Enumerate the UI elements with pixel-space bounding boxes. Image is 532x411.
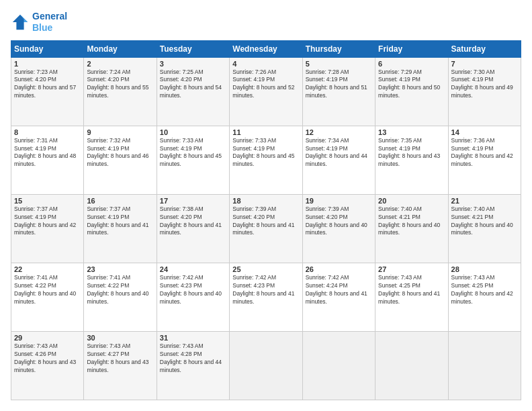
day-number: 26 (306, 265, 372, 273)
day-info: Sunrise: 7:39 AMSunset: 4:20 PMDaylight:… (232, 205, 299, 238)
calendar-cell: 7Sunrise: 7:30 AMSunset: 4:19 PMDaylight… (448, 57, 521, 126)
calendar-cell: 27Sunrise: 7:43 AMSunset: 4:25 PMDayligh… (375, 263, 448, 331)
day-number: 20 (378, 197, 445, 205)
day-info: Sunrise: 7:43 AMSunset: 4:26 PMDaylight:… (14, 342, 81, 375)
calendar-cell: 24Sunrise: 7:42 AMSunset: 4:23 PMDayligh… (157, 263, 229, 331)
day-info: Sunrise: 7:24 AMSunset: 4:20 PMDaylight:… (87, 68, 153, 101)
day-number: 2 (87, 60, 153, 68)
calendar-cell: 9Sunrise: 7:32 AMSunset: 4:19 PMDaylight… (84, 126, 157, 194)
calendar-cell: 28Sunrise: 7:43 AMSunset: 4:25 PMDayligh… (448, 263, 521, 331)
day-info: Sunrise: 7:23 AMSunset: 4:20 PMDaylight:… (14, 68, 81, 101)
day-info: Sunrise: 7:28 AMSunset: 4:19 PMDaylight:… (306, 68, 372, 101)
calendar-cell: 10Sunrise: 7:33 AMSunset: 4:19 PMDayligh… (157, 126, 229, 194)
calendar-cell: 6Sunrise: 7:29 AMSunset: 4:19 PMDaylight… (375, 57, 448, 126)
calendar-cell: 11Sunrise: 7:33 AMSunset: 4:19 PMDayligh… (230, 126, 302, 194)
day-number: 31 (160, 334, 226, 342)
calendar-cell: 8Sunrise: 7:31 AMSunset: 4:19 PMDaylight… (11, 126, 84, 194)
day-number: 28 (451, 265, 518, 273)
day-number: 30 (87, 334, 153, 342)
page-header: General Blue (11, 11, 521, 34)
day-info: Sunrise: 7:37 AMSunset: 4:19 PMDaylight:… (14, 205, 81, 238)
day-info: Sunrise: 7:31 AMSunset: 4:19 PMDaylight:… (14, 137, 81, 169)
day-number: 27 (378, 265, 445, 273)
day-number: 19 (306, 197, 372, 205)
calendar-cell: 5Sunrise: 7:28 AMSunset: 4:19 PMDaylight… (302, 57, 375, 126)
calendar-cell: 20Sunrise: 7:40 AMSunset: 4:21 PMDayligh… (375, 194, 448, 263)
day-number: 17 (160, 197, 226, 205)
logo: General Blue (11, 11, 67, 34)
logo-text: General Blue (32, 11, 67, 34)
day-number: 24 (160, 265, 226, 273)
calendar-cell: 14Sunrise: 7:36 AMSunset: 4:19 PMDayligh… (448, 126, 521, 194)
calendar-cell: 18Sunrise: 7:39 AMSunset: 4:20 PMDayligh… (230, 194, 302, 263)
day-info: Sunrise: 7:39 AMSunset: 4:20 PMDaylight:… (306, 205, 372, 238)
day-number: 13 (378, 128, 445, 136)
day-info: Sunrise: 7:43 AMSunset: 4:25 PMDaylight:… (451, 274, 518, 306)
day-number: 22 (14, 265, 81, 273)
calendar-cell: 4Sunrise: 7:26 AMSunset: 4:19 PMDaylight… (230, 57, 302, 126)
day-info: Sunrise: 7:43 AMSunset: 4:28 PMDaylight:… (160, 342, 226, 375)
calendar-cell (375, 331, 448, 400)
calendar-cell: 13Sunrise: 7:35 AMSunset: 4:19 PMDayligh… (375, 126, 448, 194)
day-number: 4 (232, 60, 299, 68)
day-number: 6 (378, 60, 445, 68)
day-number: 29 (14, 334, 81, 342)
day-number: 9 (87, 128, 153, 136)
day-number: 21 (451, 197, 518, 205)
day-info: Sunrise: 7:35 AMSunset: 4:19 PMDaylight:… (378, 137, 445, 169)
calendar-cell: 25Sunrise: 7:42 AMSunset: 4:23 PMDayligh… (230, 263, 302, 331)
calendar-cell: 2Sunrise: 7:24 AMSunset: 4:20 PMDaylight… (84, 57, 157, 126)
day-info: Sunrise: 7:38 AMSunset: 4:20 PMDaylight:… (160, 205, 226, 238)
day-number: 23 (87, 265, 153, 273)
calendar-cell: 1Sunrise: 7:23 AMSunset: 4:20 PMDaylight… (11, 57, 84, 126)
day-info: Sunrise: 7:25 AMSunset: 4:20 PMDaylight:… (160, 68, 226, 101)
day-info: Sunrise: 7:40 AMSunset: 4:21 PMDaylight:… (451, 205, 518, 238)
day-info: Sunrise: 7:43 AMSunset: 4:25 PMDaylight:… (378, 274, 445, 306)
day-info: Sunrise: 7:34 AMSunset: 4:19 PMDaylight:… (306, 137, 372, 169)
day-number: 8 (14, 128, 81, 136)
day-info: Sunrise: 7:41 AMSunset: 4:22 PMDaylight:… (87, 274, 153, 306)
day-info: Sunrise: 7:30 AMSunset: 4:19 PMDaylight:… (451, 68, 518, 101)
calendar-table: SundayMondayTuesdayWednesdayThursdayFrid… (11, 40, 521, 400)
calendar-cell: 3Sunrise: 7:25 AMSunset: 4:20 PMDaylight… (157, 57, 229, 126)
weekday-header: Friday (375, 40, 448, 57)
calendar-cell (302, 331, 375, 400)
day-number: 1 (14, 60, 81, 68)
day-info: Sunrise: 7:26 AMSunset: 4:19 PMDaylight:… (232, 68, 299, 101)
day-info: Sunrise: 7:43 AMSunset: 4:27 PMDaylight:… (87, 342, 153, 375)
day-number: 5 (306, 60, 372, 68)
day-info: Sunrise: 7:41 AMSunset: 4:22 PMDaylight:… (14, 274, 81, 306)
day-info: Sunrise: 7:32 AMSunset: 4:19 PMDaylight:… (87, 137, 153, 169)
calendar-cell: 22Sunrise: 7:41 AMSunset: 4:22 PMDayligh… (11, 263, 84, 331)
day-number: 18 (232, 197, 299, 205)
day-info: Sunrise: 7:40 AMSunset: 4:21 PMDaylight:… (378, 205, 445, 238)
weekday-header: Wednesday (230, 40, 302, 57)
day-info: Sunrise: 7:33 AMSunset: 4:19 PMDaylight:… (232, 137, 299, 169)
day-number: 16 (87, 197, 153, 205)
day-info: Sunrise: 7:37 AMSunset: 4:19 PMDaylight:… (87, 205, 153, 238)
day-number: 25 (232, 265, 299, 273)
weekday-header: Sunday (11, 40, 84, 57)
calendar-cell: 26Sunrise: 7:42 AMSunset: 4:24 PMDayligh… (302, 263, 375, 331)
day-info: Sunrise: 7:42 AMSunset: 4:23 PMDaylight:… (232, 274, 299, 306)
day-number: 12 (306, 128, 372, 136)
calendar-cell: 15Sunrise: 7:37 AMSunset: 4:19 PMDayligh… (11, 194, 84, 263)
day-info: Sunrise: 7:33 AMSunset: 4:19 PMDaylight:… (160, 137, 226, 169)
calendar-cell (448, 331, 521, 400)
calendar-cell: 19Sunrise: 7:39 AMSunset: 4:20 PMDayligh… (302, 194, 375, 263)
calendar-cell: 30Sunrise: 7:43 AMSunset: 4:27 PMDayligh… (84, 331, 157, 400)
day-number: 10 (160, 128, 226, 136)
day-number: 11 (232, 128, 299, 136)
weekday-header: Tuesday (157, 40, 229, 57)
day-info: Sunrise: 7:29 AMSunset: 4:19 PMDaylight:… (378, 68, 445, 101)
weekday-header: Thursday (302, 40, 375, 57)
calendar-cell (230, 331, 302, 400)
calendar-cell: 16Sunrise: 7:37 AMSunset: 4:19 PMDayligh… (84, 194, 157, 263)
day-info: Sunrise: 7:36 AMSunset: 4:19 PMDaylight:… (451, 137, 518, 169)
weekday-header: Saturday (448, 40, 521, 57)
day-number: 7 (451, 60, 518, 68)
calendar-cell: 17Sunrise: 7:38 AMSunset: 4:20 PMDayligh… (157, 194, 229, 263)
day-number: 15 (14, 197, 81, 205)
day-number: 14 (451, 128, 518, 136)
logo-icon (11, 13, 30, 32)
